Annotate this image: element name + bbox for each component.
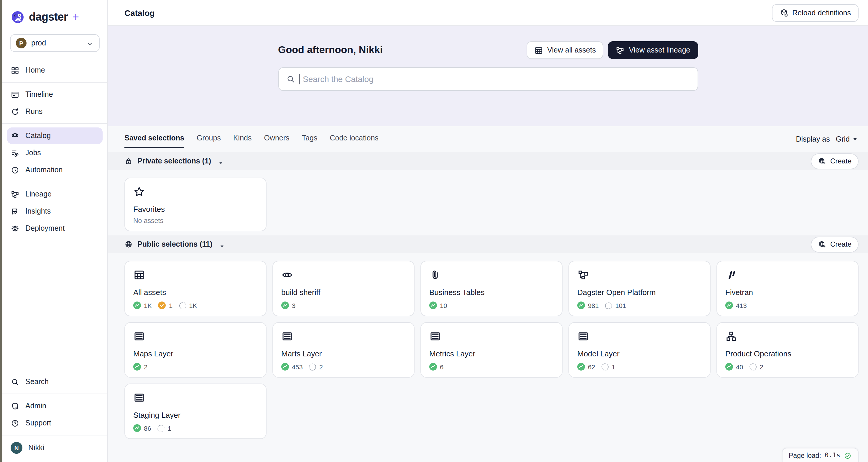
selection-card-title: Fivetran [725, 288, 850, 297]
display-as-dropdown[interactable]: Grid [836, 135, 859, 143]
deployment-icon [11, 224, 20, 233]
selection-card-favorites[interactable]: Favorites No assets [124, 178, 267, 231]
asset-status-badge-materialized: 1K [133, 301, 152, 309]
sidebar-item-admin[interactable]: Admin [7, 398, 102, 414]
asset-status-badge-materialized: 413 [725, 301, 747, 309]
asset-status-badge-missing: 1K [179, 302, 197, 309]
sidebar-item-search[interactable]: Search [7, 374, 102, 390]
catalog-search-box[interactable] [278, 67, 698, 91]
page-load-label: Page load: [789, 452, 821, 459]
sidebar-item-deployment[interactable]: Deployment [7, 220, 102, 237]
catalog-search-input[interactable] [303, 74, 690, 84]
asset-status-badges: 453 2 [281, 363, 406, 371]
selection-card-staging-layer[interactable]: Staging Layer 86 1 [124, 383, 267, 439]
selection-card-title: Model Layer [577, 349, 702, 358]
selection-card-model-layer[interactable]: Model Layer 62 1 [568, 322, 711, 378]
sidebar-item-runs[interactable]: Runs [7, 103, 102, 120]
search-icon [11, 377, 20, 386]
sidebar-item-home[interactable]: Home [7, 62, 102, 79]
sidebar-item-automation[interactable]: Automation [7, 162, 102, 178]
sidebar-item-timeline[interactable]: Timeline [7, 86, 102, 103]
selection-card-build-sheriff[interactable]: build sheriff 3 [272, 261, 414, 316]
support-icon [11, 418, 20, 428]
asset-status-count: 1K [144, 302, 152, 309]
tab-kinds[interactable]: Kinds [233, 134, 252, 148]
tab-groups[interactable]: Groups [197, 134, 221, 148]
view-all-assets-label: View all assets [547, 46, 596, 54]
materialized-badge-icon [281, 301, 289, 309]
user-menu[interactable]: N Nikki [7, 439, 102, 457]
caret-down-icon [851, 136, 859, 143]
asset-status-badge-missing: 1 [158, 425, 171, 432]
sidebar-divider [2, 394, 107, 394]
materialized-badge-icon [577, 363, 585, 371]
selection-card-metrics-layer[interactable]: Metrics Layer 6 [421, 322, 563, 378]
sidebar-item-lineage[interactable]: Lineage [7, 186, 102, 202]
tab-saved-selections[interactable]: Saved selections [124, 134, 184, 148]
view-all-assets-button[interactable]: View all assets [527, 41, 603, 59]
selection-card-business-tables[interactable]: Business Tables 10 [421, 261, 563, 316]
asset-status-badge-materialized: 453 [281, 363, 303, 371]
dagster-logo[interactable]: dagster + [2, 8, 107, 26]
selection-card-all-assets[interactable]: All assets 1K 1 1K [124, 261, 267, 316]
asset-status-badges: 10 [429, 301, 554, 309]
selection-card-product-operations[interactable]: Product Operations 40 2 [716, 322, 859, 378]
sidebar-divider [2, 182, 107, 182]
materialized-badge-icon [133, 301, 141, 309]
materialized-badge-icon [133, 424, 141, 432]
text-cursor [299, 74, 299, 84]
create-selection-button[interactable]: Create [811, 236, 859, 252]
warning-check-badge-icon [158, 301, 166, 309]
selection-cards-grid: All assets 1K 1 1K build sheriff 3 Busin… [124, 261, 859, 439]
sidebar-divider [2, 435, 107, 435]
selection-card-subtitle: No assets [133, 217, 258, 224]
selection-card-dagster-open-platform[interactable]: Dagster Open Platform 981 101 [568, 261, 711, 316]
asset-status-count: 2 [319, 363, 323, 370]
section-title: Private selections (1) [137, 157, 211, 165]
sidebar-item-support[interactable]: Support [7, 415, 102, 431]
never-materialized-icon [158, 425, 165, 432]
selection-card-title: Product Operations [725, 349, 850, 358]
user-name: Nikki [28, 444, 44, 452]
materialized-badge-icon [429, 363, 437, 371]
sidebar-item-insights[interactable]: Insights [7, 203, 102, 220]
sidebar: dagster + P prod Home Timeline Runs Cata… [2, 0, 108, 462]
window-edge [0, 0, 2, 462]
asset-status-count: 1K [189, 302, 197, 309]
reload-definitions-button[interactable]: Reload definitions [772, 4, 859, 22]
sidebar-divider [2, 123, 107, 124]
sidebar-nav: Home Timeline Runs Catalog Jobs Automati… [2, 61, 107, 237]
section-header-toggle[interactable]: Private selections (1) [124, 157, 224, 165]
selection-card-title: Metrics Layer [429, 349, 554, 358]
asset-status-count: 413 [736, 302, 747, 309]
sidebar-bottom: Search Admin Support N Nikki [2, 364, 107, 462]
display-as-control: Display as Grid [796, 135, 859, 148]
selection-card-maps-layer[interactable]: Maps Layer 2 [124, 322, 267, 378]
selection-card-marts-layer[interactable]: Marts Layer 453 2 [272, 322, 414, 378]
asset-status-badge-missing: 1 [602, 363, 615, 370]
deployment-switcher[interactable]: P prod [10, 34, 100, 52]
never-materialized-icon [750, 363, 757, 370]
globe-plus-icon [818, 240, 826, 249]
section-header-toggle[interactable]: Public selections (11) [124, 240, 225, 249]
tab-tags[interactable]: Tags [302, 134, 317, 148]
asset-status-badge-materialized: 40 [725, 363, 743, 371]
asset-status-badge-materialized: 981 [577, 301, 599, 309]
lineage-icon [616, 46, 625, 55]
section-private-selections-1: Private selections (1) Create Favorites … [108, 152, 868, 231]
globe-plus-icon [818, 157, 826, 165]
tab-owners[interactable]: Owners [264, 134, 289, 148]
view-asset-lineage-button[interactable]: View asset lineage [608, 41, 698, 59]
selection-card-fivetran[interactable]: Fivetran 413 [716, 261, 859, 316]
globe-icon [124, 240, 133, 249]
materialized-badge-icon [133, 363, 141, 371]
paperclip-icon [429, 269, 441, 281]
sidebar-item-jobs[interactable]: Jobs [7, 145, 102, 161]
eye-icon [281, 269, 293, 281]
tab-code-locations[interactable]: Code locations [330, 134, 378, 148]
view-asset-lineage-label: View asset lineage [629, 46, 690, 54]
create-selection-button[interactable]: Create [811, 153, 859, 169]
sidebar-item-catalog[interactable]: Catalog [7, 127, 102, 144]
materialized-badge-icon [725, 301, 733, 309]
asset-status-count: 1 [168, 425, 171, 432]
